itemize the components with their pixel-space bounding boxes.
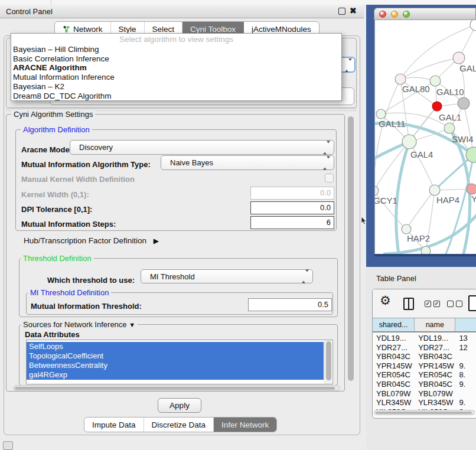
table-cell: YER054C	[415, 370, 455, 380]
network-node-hap4[interactable]	[429, 185, 440, 195]
dpi-tolerance-field[interactable]: 0.0	[250, 201, 334, 214]
threshold-definition-title: Threshold Definition	[21, 254, 94, 263]
algorithm-option-bayesian-hill-climbing[interactable]: Bayesian – Hill Climbing	[11, 45, 341, 54]
hub-definition-label: Hub/Transcription Factor Definition	[24, 236, 146, 245]
network-node-gal80[interactable]	[395, 74, 406, 84]
scrollbar-thumb[interactable]	[348, 116, 354, 381]
attribute-item-topologicalcoefficient[interactable]: TopologicalCoefficient	[27, 351, 324, 361]
window-minimize-button[interactable]	[391, 11, 398, 18]
scrollbar-thumb[interactable]	[376, 412, 472, 415]
checked-checkbox-icon[interactable]: ✓	[425, 301, 431, 307]
close-icon[interactable]: ✖	[350, 6, 357, 15]
float-window-icon[interactable]	[338, 8, 345, 15]
network-node-label: GAL11	[379, 119, 406, 129]
attribute-item-betweennesscentrality[interactable]: BetweennessCentrality	[27, 361, 324, 370]
mi-steps-field[interactable]: 6	[250, 216, 334, 229]
table-row[interactable]: YLR345WYLR345W9.	[373, 398, 476, 407]
window-close-button[interactable]	[379, 11, 386, 18]
data-attributes-list[interactable]: SelfLoopsTopologicalCoefficientBetweenne…	[26, 340, 333, 384]
mi-type-combo[interactable]: Naive Bayes	[161, 155, 334, 170]
settings-gear-icon[interactable]: ⚙	[380, 294, 391, 308]
dropdown-prompt: Select algorithm to view settings	[11, 34, 341, 45]
network-node-gal10[interactable]	[430, 76, 441, 86]
table-body: YDL19...YDL19...13YDR27...YDR27...12YBR0…	[373, 334, 476, 416]
network-node-label: GCY1	[375, 195, 397, 206]
settings-vertical-scrollbar[interactable]	[347, 114, 355, 392]
network-node-unlabeled[interactable]	[470, 20, 476, 31]
network-node-swi4[interactable]	[444, 123, 455, 133]
network-node-unlabeled[interactable]	[421, 246, 431, 254]
network-node-label: GAL10	[436, 87, 464, 97]
table-row[interactable]: YDL19...YDL19...13	[373, 334, 476, 343]
network-window-titlebar[interactable]	[374, 8, 476, 20]
network-node-gcy1[interactable]	[375, 186, 379, 195]
scrollbar-thumb[interactable]	[326, 341, 331, 380]
network-node-gal1[interactable]	[432, 102, 442, 111]
tab-label: jActiveMNodules	[252, 25, 311, 34]
manual-kernel-checkbox[interactable]	[325, 174, 334, 182]
table-cell: 12	[455, 343, 476, 353]
network-node-label: GAL1	[439, 112, 461, 122]
kernel-width-field[interactable]: 0.0	[250, 187, 334, 200]
network-view-canvas[interactable]: GALGAL80GAL10GAL1GAL11SWI4GAL4GCY1HAP4YH…	[374, 20, 476, 254]
network-edge[interactable]	[375, 79, 400, 191]
table-cell: YER054C	[373, 370, 415, 380]
kernel-width-label: Kernel Width (0,1):	[21, 190, 89, 199]
table-cell: 9.	[455, 361, 476, 371]
document-icon[interactable]	[468, 295, 476, 311]
table-row[interactable]: YBL079WYBL079W	[373, 389, 476, 399]
aracne-mode-combo[interactable]: Discovery	[70, 140, 334, 155]
network-node-gal[interactable]	[453, 52, 465, 64]
attribute-item-selfloops[interactable]: SelfLoops	[27, 342, 324, 351]
top-strip	[0, 0, 476, 5]
network-node-label: HAP4	[436, 195, 459, 205]
apply-button[interactable]: Apply	[158, 398, 201, 413]
algorithm-option-aracne-algorithm[interactable]: ARACNE Algorithm	[11, 63, 341, 73]
dpi-tolerance-value: 0.0	[320, 203, 331, 212]
network-edge[interactable]	[400, 58, 459, 79]
checked-checkbox-icon[interactable]: ✓	[433, 301, 440, 307]
attribute-item-gal4rgexp[interactable]: gal4RGexp	[27, 370, 324, 380]
unchecked-checkbox-icon[interactable]	[447, 301, 454, 307]
algorithm-option-bayesian-k2[interactable]: Bayesian – K2	[11, 82, 341, 92]
bottom-tab-impute-data[interactable]: Impute Data	[84, 418, 144, 432]
table-header-col3[interactable]	[455, 318, 476, 331]
which-threshold-label: Which threshold to use:	[47, 276, 135, 285]
algorithm-option-mutual-information-inference[interactable]: Mutual Information Inference	[11, 73, 341, 82]
unchecked-checkbox-icon[interactable]	[456, 301, 462, 307]
table-header-shared[interactable]: shared...	[373, 318, 415, 331]
scrollbar-thumb[interactable]	[15, 387, 335, 390]
list-vertical-scrollbar[interactable]	[324, 340, 332, 384]
algorithm-option-dream8-dc-tdc-algorithm[interactable]: Dream8 DC_TDC Algorithm	[11, 92, 341, 101]
settings-horizontal-scrollbar[interactable]	[13, 385, 340, 391]
table-cell: YDL19...	[373, 334, 415, 343]
table-row[interactable]: YBR043CYBR043C	[373, 352, 476, 361]
table-cell: YPR145W	[415, 361, 455, 371]
table-header-name[interactable]: name	[415, 318, 455, 331]
split-columns-icon[interactable]	[403, 298, 414, 310]
window-zoom-button[interactable]	[403, 11, 410, 18]
table-row[interactable]: YER054CYER054C8.	[373, 370, 476, 380]
table-horizontal-scrollbar[interactable]	[374, 410, 475, 415]
network-node-hap2[interactable]	[402, 224, 411, 234]
network-node-y[interactable]	[467, 184, 476, 194]
network-node-gal4[interactable]	[402, 135, 416, 149]
hub-definition-toggle[interactable]: Hub/Transcription Factor Definition ▶	[24, 236, 159, 245]
dock-panel-icon[interactable]	[3, 441, 13, 450]
network-node-label: GAL4	[410, 149, 433, 159]
table-panel-box: ⚙ ✓ ✓ shared...name YDL19...YDL19...13YD…	[372, 289, 476, 419]
algorithm-option-basic-correlation-inference[interactable]: Basic Correlation Inference	[11, 54, 341, 64]
table-row[interactable]: YPR145WYPR145W9.	[373, 361, 476, 371]
sources-title-toggle[interactable]: Sources for Network Inference ▼	[21, 320, 138, 329]
tab-label: Infer Network	[221, 420, 269, 429]
mi-threshold-field[interactable]: 0.5	[248, 298, 332, 311]
table-row[interactable]: YBR045CYBR045C9.	[373, 380, 476, 389]
network-node-unlabeled[interactable]	[458, 97, 470, 109]
which-threshold-combo[interactable]: MI Threshold	[141, 269, 313, 283]
network-node-gal11[interactable]	[376, 109, 386, 119]
settings-group-title: Cyni Algorithm Settings	[11, 110, 95, 119]
bottom-tab-discretize-data[interactable]: Discretize Data	[144, 418, 214, 432]
table-row[interactable]: YDR27...YDR27...12	[373, 343, 476, 353]
bottom-tab-infer-network[interactable]: Infer Network	[214, 418, 276, 432]
which-threshold-value: MI Threshold	[150, 272, 195, 281]
